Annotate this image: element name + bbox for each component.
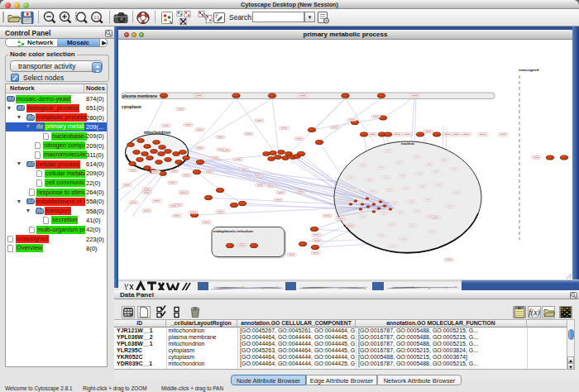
svg-text:1:1: 1:1 bbox=[93, 16, 99, 20]
svg-text:mitochondrion: mitochondrion bbox=[144, 131, 170, 135]
svg-text:endoplasmic reticulum: endoplasmic reticulum bbox=[213, 229, 253, 233]
svg-text:f(x): f(x) bbox=[529, 308, 541, 318]
svg-text:cytoplasm: cytoplasm bbox=[122, 105, 141, 109]
svg-text:plasma membrane: plasma membrane bbox=[122, 94, 157, 98]
svg-text:unassigned: unassigned bbox=[519, 68, 539, 72]
svg-text:nucleus: nucleus bbox=[401, 141, 415, 146]
